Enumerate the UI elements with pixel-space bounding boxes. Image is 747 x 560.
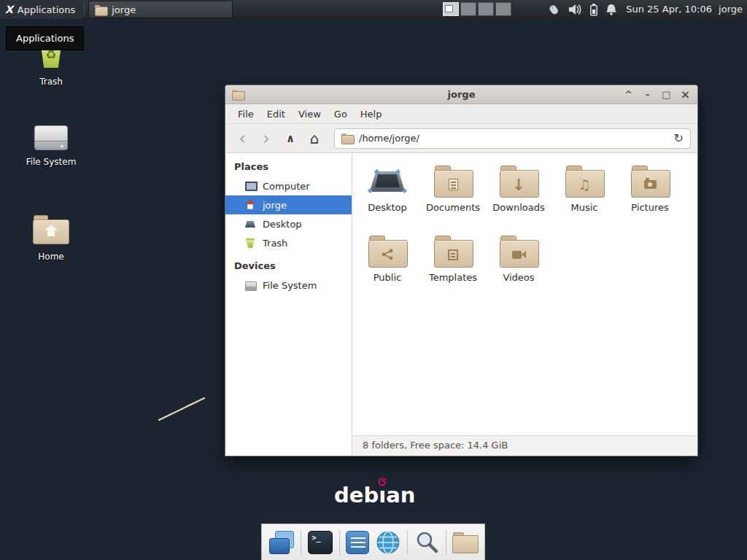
window-body: Places Computer jorge Desktop Trash <box>225 153 697 456</box>
dock-separator <box>446 529 446 556</box>
mouse-icon[interactable] <box>548 4 560 15</box>
sidebar-item-jorge[interactable]: jorge <box>225 195 352 214</box>
home-folder-icon <box>33 214 69 245</box>
desktop-icon <box>244 218 256 230</box>
menu-go[interactable]: Go <box>328 106 354 122</box>
drive-top <box>34 125 68 141</box>
panel-separator <box>84 3 85 16</box>
sidebar-item-desktop[interactable]: Desktop <box>225 214 352 233</box>
taskbar-item-label: jorge <box>112 4 136 15</box>
reload-icon[interactable] <box>674 131 684 145</box>
workspace-1[interactable] <box>443 2 459 16</box>
sidebar-item-trash[interactable]: Trash <box>225 233 352 252</box>
desktop-special-icon <box>368 166 406 197</box>
file-label: Templates <box>429 272 477 283</box>
dock-separator <box>301 529 301 556</box>
volume-icon[interactable] <box>568 4 582 15</box>
text-editor-icon <box>346 531 369 554</box>
file-label: Desktop <box>368 202 407 213</box>
file-label: Documents <box>426 202 480 213</box>
battery-icon[interactable] <box>590 4 597 16</box>
computer-icon <box>244 180 256 192</box>
sidebar-item-file-system[interactable]: File System <box>225 276 352 295</box>
maximize-icon[interactable] <box>661 89 672 101</box>
file-public[interactable]: Public <box>355 236 420 306</box>
applications-menu-label: Applications <box>18 4 75 15</box>
home-icon[interactable] <box>304 128 325 149</box>
user-home-icon <box>244 199 256 211</box>
text-editor-launcher[interactable] <box>346 529 369 556</box>
workspace-4[interactable] <box>495 2 511 16</box>
file-grid: Desktop Documents Downloads <box>352 153 697 435</box>
sidebar-item-label: Trash <box>263 238 287 249</box>
sidebar-item-label: File System <box>263 280 317 291</box>
workspace-switcher <box>443 2 511 16</box>
taskbar-item-jorge[interactable]: jorge <box>88 1 233 18</box>
folder-icon <box>341 133 353 143</box>
window-titlebar[interactable]: jorge <box>225 85 697 104</box>
minimize-icon[interactable] <box>642 89 653 101</box>
drive-icon <box>34 124 68 150</box>
toolbar: /home/jorge/ <box>225 124 697 153</box>
web-browser-launcher[interactable] <box>376 529 400 556</box>
file-documents[interactable]: Documents <box>420 166 486 236</box>
public-folder-icon <box>368 236 406 267</box>
file-manager-launcher[interactable] <box>452 529 477 556</box>
close-icon[interactable] <box>680 89 691 101</box>
desktop-icon-file-system[interactable]: File System <box>19 124 83 167</box>
file-pictures[interactable]: Pictures <box>617 166 683 236</box>
menu-help[interactable]: Help <box>354 106 389 122</box>
sidebar-item-computer[interactable]: Computer <box>225 176 352 195</box>
file-label: Downloads <box>492 202 544 213</box>
desktop-icon-home[interactable]: Home <box>19 214 83 262</box>
document-emblem-icon <box>434 172 472 197</box>
top-panel: Applications jorge <box>0 0 747 19</box>
back-icon[interactable] <box>232 128 252 149</box>
menu-edit[interactable]: Edit <box>260 106 292 122</box>
menu-view[interactable]: View <box>292 106 328 122</box>
file-music[interactable]: Music <box>551 166 617 236</box>
notifications-bell-icon[interactable] <box>605 4 617 16</box>
file-downloads[interactable]: Downloads <box>486 166 551 236</box>
sidebar-section-places: Places <box>225 158 352 176</box>
file-desktop[interactable]: Desktop <box>355 166 420 236</box>
file-videos[interactable]: Videos <box>486 236 551 306</box>
file-label: Music <box>571 202 598 213</box>
music-folder-icon <box>565 166 603 197</box>
videos-folder-icon <box>500 236 538 267</box>
drive-front <box>34 141 68 150</box>
video-camera-emblem-icon <box>500 242 538 267</box>
path-bar[interactable]: /home/jorge/ <box>334 128 691 149</box>
file-templates[interactable]: Templates <box>420 236 486 306</box>
system-tray <box>548 0 617 19</box>
forward-icon[interactable] <box>256 128 276 149</box>
workspace-2[interactable] <box>460 2 476 16</box>
statusbar: 8 folders, Free space: 14.4 GiB <box>352 435 697 456</box>
trash-icon <box>244 237 256 249</box>
path-text: /home/jorge/ <box>359 133 419 144</box>
debian-logo: debian <box>334 483 415 508</box>
desk-corner <box>402 188 407 193</box>
web-browser-icon <box>376 530 400 555</box>
terminal-launcher[interactable] <box>308 529 333 556</box>
clock[interactable]: Sun 25 Apr, 10:06 <box>626 0 712 19</box>
download-arrow-icon <box>500 172 538 197</box>
workspace-3[interactable] <box>478 2 494 16</box>
shade-icon[interactable] <box>623 89 634 101</box>
up-icon[interactable] <box>280 128 301 149</box>
sidebar-item-label: Computer <box>263 181 310 192</box>
app-finder-launcher[interactable] <box>414 529 439 556</box>
folder-icon <box>95 5 107 15</box>
file-view: Desktop Documents Downloads <box>352 153 697 456</box>
desk-inner <box>375 174 400 187</box>
music-note-icon <box>565 172 603 197</box>
app-finder-icon <box>414 530 439 555</box>
template-emblem-icon <box>434 242 472 267</box>
menu-file[interactable]: File <box>231 106 260 122</box>
show-desktop-launcher[interactable] <box>269 529 294 556</box>
sidebar: Places Computer jorge Desktop Trash <box>225 153 352 456</box>
dock-separator <box>339 529 340 556</box>
panel-username: jorge <box>719 0 743 19</box>
sidebar-section-devices: Devices <box>225 257 352 276</box>
applications-menu-button[interactable]: Applications <box>0 0 82 19</box>
